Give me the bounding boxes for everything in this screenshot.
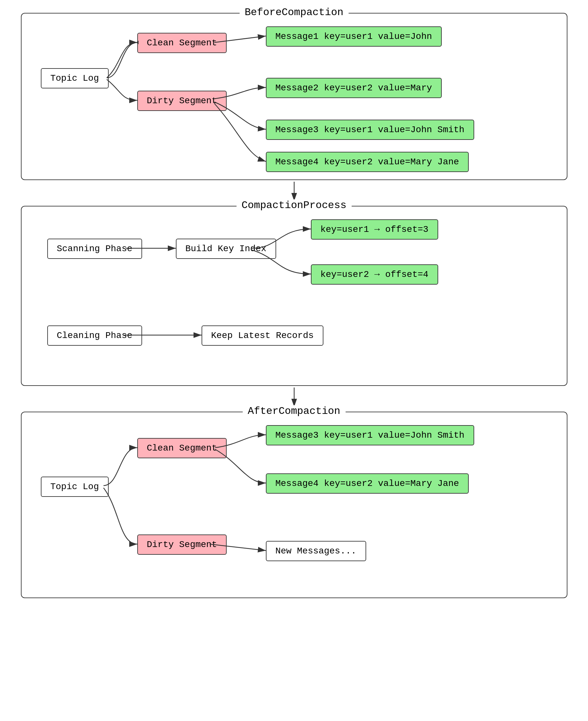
after-new-messages: New Messages... [266, 541, 366, 561]
before-message4: Message4 key=user2 value=Mary Jane [266, 152, 469, 172]
compaction-arrows [22, 206, 568, 387]
after-compaction-section: AfterCompaction Topic Log Clean Segment … [21, 412, 567, 598]
cleaning-phase: Cleaning Phase [47, 326, 142, 346]
after-compaction-title: AfterCompaction [243, 405, 345, 417]
compaction-title: CompactionProcess [236, 199, 351, 211]
key-index-2: key=user2 → offset=4 [311, 264, 438, 285]
before-message1: Message1 key=user1 value=John [266, 26, 442, 47]
after-dirty-segment: Dirty Segment [137, 534, 227, 555]
build-key-index: Build Key Index [176, 239, 276, 259]
before-dirty-segment: Dirty Segment [137, 91, 227, 111]
before-clean-segment: Clean Segment [137, 33, 227, 53]
keep-latest-records: Keep Latest Records [202, 326, 323, 346]
before-message2: Message2 key=user2 value=Mary [266, 78, 442, 98]
scanning-phase: Scanning Phase [47, 239, 142, 259]
after-message4: Message4 key=user2 value=Mary Jane [266, 473, 469, 494]
after-message3: Message3 key=user1 value=John Smith [266, 425, 474, 446]
before-topic-log: Topic Log [41, 68, 109, 88]
main-diagram: BeforeCompaction Topic Log Clean Segment… [19, 13, 569, 598]
before-compaction-section: BeforeCompaction Topic Log Clean Segment… [21, 13, 567, 180]
after-clean-segment: Clean Segment [137, 438, 227, 458]
before-message3: Message3 key=user1 value=John Smith [266, 120, 474, 140]
compaction-section: CompactionProcess Scanning Phase Build K… [21, 206, 567, 386]
before-compaction-title: BeforeCompaction [239, 6, 349, 18]
after-topic-log: Topic Log [41, 477, 109, 497]
key-index-1: key=user1 → offset=3 [311, 219, 438, 240]
